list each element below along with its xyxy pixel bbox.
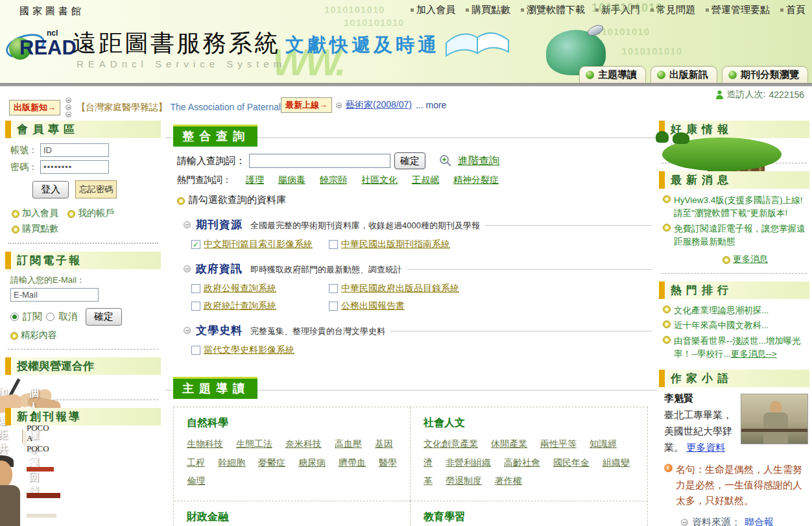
checkbox-icon[interactable] [191,302,200,311]
forgot-password-button[interactable]: 忘記密碼 [75,180,117,198]
magazine-cover[interactable]: POCO A POCO [22,430,23,442]
ticker-more-text[interactable]: ... more [416,100,446,110]
db-items: 政府公報查詢系統 中華民國政府出版品目錄系統 政府統計查詢系統 公務出國報告書 [191,283,652,312]
my-account-link[interactable]: 我的帳戶 [67,208,114,219]
db-items: 中文期刊篇目索引影像系統 中華民國出版期刊指南系統 [191,239,652,250]
db-checkbox-item[interactable]: 中文期刊篇目索引影像系統 [191,239,329,250]
author-photo [741,394,808,444]
top-nav-link[interactable]: 首頁 [780,4,806,16]
open-book-icon [440,23,518,62]
account-input[interactable] [40,143,109,157]
more-ranking-link[interactable]: 更多消息--> [731,349,777,359]
ranking-item[interactable]: 近十年來高中國文教科... [663,319,808,332]
subscribe-radio[interactable] [10,313,19,321]
arrow-icon [664,464,673,472]
db-checkbox-item[interactable]: 政府公報查詢系統 [191,283,329,294]
newsletter-confirm-button[interactable]: 確定 [86,308,122,326]
new-online-link[interactable]: 藝術家(2008/07) [346,99,412,111]
buy-points-link[interactable]: 購買點數 [12,223,58,235]
topic-link[interactable]: 非營利組織 [446,457,491,468]
header-tab[interactable]: 出版新訊 [651,66,717,83]
newsletter-content-link[interactable]: 精彩內容 [10,329,161,341]
topic-category-education: 教育學習 九年一貫課程多元入學個案教學終身學習感覺統合資優教育數位學習雙語教育 [411,501,647,526]
top-nav-link[interactable]: 瀏覽軟體下載 [521,4,585,16]
db-checkbox-item[interactable]: 中華民國出版期刊指南系統 [329,239,652,250]
topic-link[interactable]: 幹細胞 [218,457,245,468]
topic-link[interactable]: 糖尿病 [298,457,326,468]
topic-link[interactable]: 勞退制度 [446,475,482,486]
hot-keyword-link[interactable]: 饒宗頤 [320,174,347,185]
ranking-item[interactable]: 由音樂看世界--淺談世...增加曝光率！--學校行...更多消息--> [663,335,808,361]
scroll-icon[interactable] [336,102,342,108]
ticker-right: 最新上線→ 藝術家(2008/07) ... more [281,97,446,113]
db-checkbox-item[interactable]: 中華民國政府出版品目錄系統 [329,283,652,294]
header-tab[interactable]: 主題導讀 [579,66,646,83]
read-logo[interactable]: READ ncl [9,26,74,71]
news-item[interactable]: HyView3.4版(支援多國語言)上線!請至"瀏覽軟體下載"更新版本! [663,194,808,221]
checkbox-icon[interactable] [329,284,338,293]
donut-icon [663,336,671,344]
donut-icon [12,226,19,233]
db-checkbox-item[interactable]: 政府統計查詢系統 [191,300,329,312]
password-input[interactable] [40,160,109,174]
database-groups: 期刊資源 全國最完整的學術期刊資料庫，收錄超過4000種的期刊及學報 中文期刊篇… [184,217,652,356]
topic-link[interactable]: 高血壓 [335,438,362,449]
scroll-down-icon[interactable] [66,112,71,117]
hot-keyword-link[interactable]: 社區文化 [361,174,398,185]
hot-keyword-link[interactable]: 護理 [246,174,264,185]
top-nav-link[interactable]: 加入會員 [411,4,455,16]
sphere-icon[interactable] [184,265,191,272]
checkbox-icon[interactable] [329,302,338,311]
magnifier-icon [438,154,453,167]
bullet-icon [521,8,524,12]
hot-keyword-link[interactable]: 腸病毒 [278,174,305,185]
ranking-item[interactable]: 文化產業理論思潮初探... [663,304,808,317]
scroll-up-icon[interactable] [66,97,71,103]
db-checkbox-item[interactable]: 當代文學史料影像系統 [191,344,329,356]
topic-link[interactable]: 著作權 [495,475,522,486]
more-news-link[interactable]: 更多消息 [722,254,808,265]
topic-link[interactable]: 高齡社會 [504,457,540,468]
top-nav-link[interactable]: 營運管理要點 [706,4,770,16]
new-online-button[interactable]: 最新上線→ [281,97,332,113]
bullet-icon [706,8,709,12]
topic-link[interactable]: 臍帶血 [339,457,366,468]
topic-link[interactable]: 生物科技 [187,438,223,449]
sphere-icon[interactable] [184,327,191,334]
topic-link[interactable]: 生態工法 [236,438,272,449]
deals-banner[interactable] [671,143,672,155]
checkbox-icon[interactable] [191,284,200,293]
login-button[interactable]: 登入 [32,181,69,198]
top-nav-link[interactable]: 購買點數 [466,4,510,16]
db-checkbox-item[interactable]: 公務出國報告書 [329,300,652,312]
author-more-link[interactable]: 更多資料 [686,442,725,453]
sphere-icon [681,519,688,526]
publish-news-button[interactable]: 出版新知→ [9,100,60,115]
topic-link[interactable]: 國民年金 [553,457,590,468]
search-confirm-button[interactable]: 確定 [394,152,425,169]
source-link[interactable]: 聯合報 [745,516,774,526]
sphere-icon[interactable] [184,221,191,228]
topic-link[interactable]: 奈米科技 [285,438,322,449]
join-member-link[interactable]: 加入會員 [12,208,58,219]
ticker-headline-link[interactable]: 【台灣家庭醫學雜誌】 The Association of Paternal a… [77,101,298,114]
header-tab[interactable]: 期刊分類瀏覽 [722,66,808,83]
topic-link[interactable]: 兩性平等 [540,438,577,449]
checkbox-icon[interactable] [329,240,338,249]
topic-link[interactable]: 憂鬱症 [258,457,285,468]
checkbox-icon[interactable] [191,240,200,249]
advanced-search-link[interactable]: 進階查詢 [458,154,499,168]
topic-link[interactable]: 休閒產業 [491,438,527,449]
binary-decor: 1010101010 [622,45,682,56]
hot-keyword-link[interactable]: 精神分裂症 [453,174,499,185]
topic-link[interactable]: 文化創意產業 [424,438,478,449]
hot-keyword-link[interactable]: 王叔岷 [412,174,439,185]
scroll-mid-icon[interactable] [66,104,71,110]
cancel-radio[interactable] [46,313,54,321]
search-input[interactable] [249,154,390,168]
header-banner: 國家圖書館 加入會員購買點數瀏覽軟體下載新手入門常見問題營運管理要點首頁 101… [0,0,812,83]
news-item[interactable]: 免費訂閱遠距電子報，讓您掌握遠距服務最新動態 [663,222,808,249]
email-input[interactable] [10,288,99,302]
magazine-title: POCO A POCO [23,431,23,442]
checkbox-icon[interactable] [191,346,200,355]
